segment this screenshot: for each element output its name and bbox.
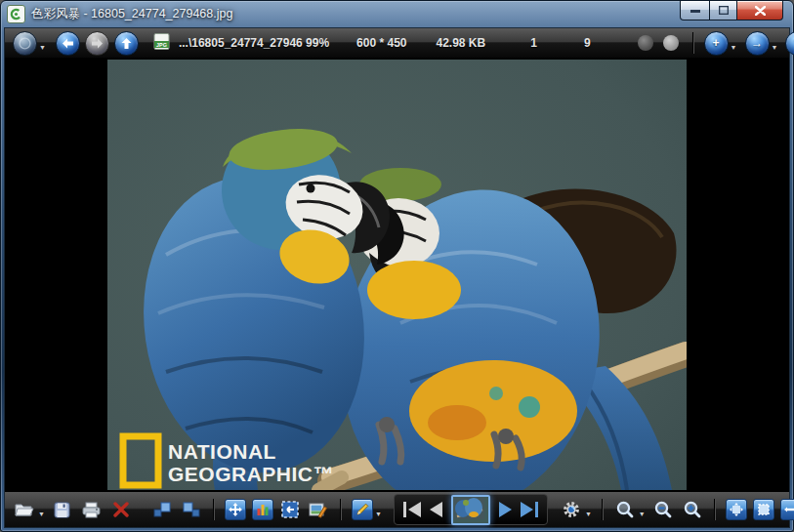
svg-text:NATIONAL: NATIONAL [168,440,276,463]
file-path-zoom: ...\16805_24774_27946 99% [179,36,329,50]
zoom-out-button[interactable] [651,497,675,522]
fullscreen-dropdown-caret[interactable]: ▼ [731,44,737,51]
top-toolbar: ▼ JPG ...\16805_24774_27946 99% 600 * 45… [5,28,789,59]
pan-tool-button[interactable] [225,499,246,520]
print-button[interactable] [80,497,104,522]
photo-macaws: NATIONAL GEOGRAPHIC™ [107,60,687,490]
settings-dropdown-caret[interactable]: ▼ [585,511,592,517]
overview-sphere-button[interactable] [13,31,37,56]
image-viewport[interactable]: NATIONAL GEOGRAPHIC™ [5,59,789,491]
toolbar-separator [692,32,694,54]
toolbar-separator [602,499,604,520]
window-controls [680,1,787,20]
back-button[interactable] [56,31,80,56]
settings-gear-button[interactable] [560,497,583,522]
rotate-left-button[interactable] [150,497,174,522]
open-file-button[interactable] [13,497,36,522]
window-body: ▼ JPG ...\16805_24774_27946 99% 600 * 45… [4,27,790,528]
image-count: 9 [584,36,591,50]
current-index: 1 [530,36,537,50]
last-image-button[interactable] [521,502,538,517]
zoom-tool-button[interactable] [613,497,637,522]
open-dropdown-caret[interactable]: ▼ [38,511,45,517]
current-image-thumbnail[interactable] [451,495,490,525]
indicator-light-circle[interactable] [663,35,679,51]
window-title: 色彩风暴 - 16805_24774_279468.jpg [31,6,232,22]
up-button[interactable] [114,31,139,56]
navigation-panel [394,494,548,525]
delete-button[interactable] [109,497,133,522]
save-button[interactable] [51,497,74,522]
file-size: 42.98 KB [436,36,485,50]
histogram-button[interactable] [252,499,273,520]
svg-text:JPG: JPG [156,42,167,48]
crop-select-button[interactable] [279,499,301,520]
maximize-button[interactable] [710,1,736,20]
edit-dropdown-caret[interactable]: ▼ [375,511,382,517]
bottom-toolbar: ▼ [5,491,789,527]
go-dropdown-caret[interactable]: ▼ [772,44,778,51]
fit-window-button[interactable] [726,499,747,520]
indicator-dark-circle[interactable] [638,35,653,51]
image-dimensions: 600 * 450 [356,36,406,50]
close-button[interactable] [736,1,783,20]
rotate-right-button[interactable] [180,497,203,522]
first-image-button[interactable] [403,502,421,517]
jpg-file-icon: JPG [152,33,171,53]
toolbar-separator [213,499,215,520]
minimize-button[interactable] [680,1,710,20]
toolbar-separator [340,499,342,520]
actual-size-button[interactable] [753,499,774,520]
fit-width-button[interactable] [780,499,794,520]
previous-image-button[interactable] [430,502,442,517]
toolbar-separator [714,499,716,520]
zoom-dropdown-caret[interactable]: ▼ [639,511,646,517]
fullscreen-sphere-button[interactable]: + [704,31,729,56]
overview-dropdown-caret[interactable]: ▼ [39,44,46,51]
forward-button[interactable] [85,31,109,56]
image-adjust-button[interactable] [307,497,330,522]
next-image-button[interactable] [499,502,512,517]
edit-pen-button[interactable] [352,499,373,520]
go-sphere-button[interactable]: → [745,31,770,56]
titlebar: 色彩风暴 - 16805_24774_279468.jpg [1,1,793,27]
svg-text:GEOGRAPHIC™: GEOGRAPHIC™ [168,463,334,485]
app-window: 色彩风暴 - 16805_24774_279468.jpg ▼ [0,0,794,532]
zoom-in-button[interactable] [681,497,704,522]
help-sphere-button[interactable]: ? [785,31,794,56]
app-logo-icon [7,5,25,23]
